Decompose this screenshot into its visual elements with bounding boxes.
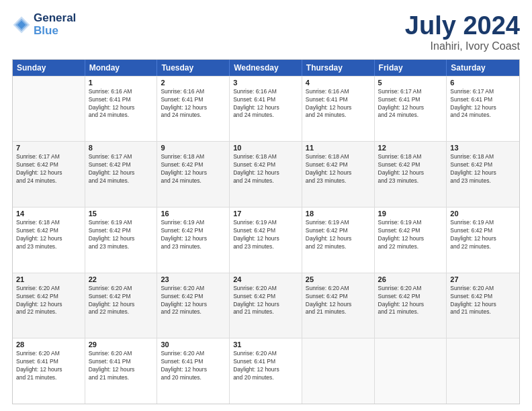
day-number: 20 <box>450 210 516 218</box>
calendar-week-5: 28Sunrise: 6:20 AM Sunset: 6:41 PM Dayli… <box>13 338 519 404</box>
day-number: 10 <box>233 144 298 152</box>
empty-cell <box>447 338 519 404</box>
day-29: 29Sunrise: 6:20 AM Sunset: 6:41 PM Dayli… <box>85 338 158 404</box>
day-number: 14 <box>16 210 81 218</box>
calendar: SundayMondayTuesdayWednesdayThursdayFrid… <box>12 59 520 404</box>
day-11: 11Sunrise: 6:18 AM Sunset: 6:42 PM Dayli… <box>302 142 375 207</box>
day-24: 24Sunrise: 6:20 AM Sunset: 6:42 PM Dayli… <box>230 273 302 338</box>
day-info: Sunrise: 6:16 AM Sunset: 6:41 PM Dayligh… <box>306 88 371 120</box>
day-3: 3Sunrise: 6:16 AM Sunset: 6:41 PM Daylig… <box>230 77 302 142</box>
day-19: 19Sunrise: 6:19 AM Sunset: 6:42 PM Dayli… <box>375 208 447 273</box>
day-number: 1 <box>89 79 154 87</box>
day-of-week-tuesday: Tuesday <box>157 60 230 76</box>
page: General Blue July 2024 Inahiri, Ivory Co… <box>0 0 532 411</box>
day-number: 8 <box>89 144 154 152</box>
day-number: 16 <box>161 210 226 218</box>
day-info: Sunrise: 6:20 AM Sunset: 6:42 PM Dayligh… <box>306 285 371 317</box>
day-1: 1Sunrise: 6:16 AM Sunset: 6:41 PM Daylig… <box>85 77 158 142</box>
day-number: 21 <box>16 275 81 283</box>
day-info: Sunrise: 6:16 AM Sunset: 6:41 PM Dayligh… <box>233 88 298 120</box>
day-info: Sunrise: 6:17 AM Sunset: 6:41 PM Dayligh… <box>378 88 443 120</box>
day-number: 11 <box>306 144 371 152</box>
day-21: 21Sunrise: 6:20 AM Sunset: 6:42 PM Dayli… <box>13 273 85 338</box>
day-number: 26 <box>378 275 443 283</box>
logo-general: General <box>34 12 76 25</box>
empty-cell <box>302 338 375 404</box>
day-number: 25 <box>306 275 371 283</box>
day-info: Sunrise: 6:20 AM Sunset: 6:42 PM Dayligh… <box>233 285 298 317</box>
day-info: Sunrise: 6:16 AM Sunset: 6:41 PM Dayligh… <box>161 88 226 120</box>
day-number: 2 <box>161 79 226 87</box>
day-number: 9 <box>161 144 226 152</box>
day-info: Sunrise: 6:19 AM Sunset: 6:42 PM Dayligh… <box>450 219 516 251</box>
day-number: 6 <box>450 79 516 87</box>
day-number: 22 <box>89 275 154 283</box>
subtitle: Inahiri, Ivory Coast <box>405 40 520 52</box>
day-4: 4Sunrise: 6:16 AM Sunset: 6:41 PM Daylig… <box>302 77 375 142</box>
day-number: 19 <box>378 210 443 218</box>
calendar-week-1: 1Sunrise: 6:16 AM Sunset: 6:41 PM Daylig… <box>13 76 519 142</box>
day-13: 13Sunrise: 6:18 AM Sunset: 6:42 PM Dayli… <box>447 142 519 207</box>
title-block: July 2024 Inahiri, Ivory Coast <box>405 12 520 52</box>
day-info: Sunrise: 6:20 AM Sunset: 6:42 PM Dayligh… <box>378 285 443 317</box>
calendar-header: SundayMondayTuesdayWednesdayThursdayFrid… <box>13 60 519 76</box>
day-number: 17 <box>233 210 298 218</box>
day-info: Sunrise: 6:18 AM Sunset: 6:42 PM Dayligh… <box>16 219 81 251</box>
day-8: 8Sunrise: 6:17 AM Sunset: 6:42 PM Daylig… <box>85 142 158 207</box>
calendar-week-3: 14Sunrise: 6:18 AM Sunset: 6:42 PM Dayli… <box>13 207 519 273</box>
logo-icon <box>12 15 31 34</box>
calendar-body: 1Sunrise: 6:16 AM Sunset: 6:41 PM Daylig… <box>13 76 519 404</box>
calendar-week-2: 7Sunrise: 6:17 AM Sunset: 6:42 PM Daylig… <box>13 141 519 207</box>
day-14: 14Sunrise: 6:18 AM Sunset: 6:42 PM Dayli… <box>13 208 85 273</box>
day-27: 27Sunrise: 6:20 AM Sunset: 6:42 PM Dayli… <box>447 273 519 338</box>
day-23: 23Sunrise: 6:20 AM Sunset: 6:42 PM Dayli… <box>157 273 230 338</box>
day-info: Sunrise: 6:18 AM Sunset: 6:42 PM Dayligh… <box>378 153 443 185</box>
day-10: 10Sunrise: 6:18 AM Sunset: 6:42 PM Dayli… <box>230 142 302 207</box>
day-15: 15Sunrise: 6:19 AM Sunset: 6:42 PM Dayli… <box>85 208 158 273</box>
day-info: Sunrise: 6:20 AM Sunset: 6:41 PM Dayligh… <box>161 350 226 382</box>
day-of-week-monday: Monday <box>85 60 158 76</box>
day-17: 17Sunrise: 6:19 AM Sunset: 6:42 PM Dayli… <box>230 208 302 273</box>
day-of-week-saturday: Saturday <box>447 60 519 76</box>
day-info: Sunrise: 6:18 AM Sunset: 6:42 PM Dayligh… <box>161 153 226 185</box>
day-number: 4 <box>306 79 371 87</box>
day-info: Sunrise: 6:18 AM Sunset: 6:42 PM Dayligh… <box>306 153 371 185</box>
header: General Blue July 2024 Inahiri, Ivory Co… <box>12 12 520 52</box>
day-info: Sunrise: 6:20 AM Sunset: 6:42 PM Dayligh… <box>450 285 516 317</box>
day-number: 30 <box>161 340 226 349</box>
day-number: 15 <box>89 210 154 218</box>
day-info: Sunrise: 6:19 AM Sunset: 6:42 PM Dayligh… <box>89 219 154 251</box>
day-info: Sunrise: 6:18 AM Sunset: 6:42 PM Dayligh… <box>233 153 298 185</box>
day-22: 22Sunrise: 6:20 AM Sunset: 6:42 PM Dayli… <box>85 273 158 338</box>
day-number: 18 <box>306 210 371 218</box>
day-number: 23 <box>161 275 226 283</box>
day-info: Sunrise: 6:18 AM Sunset: 6:42 PM Dayligh… <box>450 153 516 185</box>
day-18: 18Sunrise: 6:19 AM Sunset: 6:42 PM Dayli… <box>302 208 375 273</box>
day-of-week-wednesday: Wednesday <box>230 60 302 76</box>
day-20: 20Sunrise: 6:19 AM Sunset: 6:42 PM Dayli… <box>447 208 519 273</box>
day-number: 24 <box>233 275 298 283</box>
day-number: 27 <box>450 275 516 283</box>
day-number: 13 <box>450 144 516 152</box>
day-of-week-thursday: Thursday <box>302 60 375 76</box>
day-30: 30Sunrise: 6:20 AM Sunset: 6:41 PM Dayli… <box>157 338 230 404</box>
day-info: Sunrise: 6:20 AM Sunset: 6:41 PM Dayligh… <box>16 350 81 382</box>
day-info: Sunrise: 6:20 AM Sunset: 6:42 PM Dayligh… <box>161 285 226 317</box>
empty-cell <box>375 338 447 404</box>
day-info: Sunrise: 6:20 AM Sunset: 6:41 PM Dayligh… <box>89 350 154 382</box>
day-info: Sunrise: 6:17 AM Sunset: 6:41 PM Dayligh… <box>450 88 516 120</box>
day-12: 12Sunrise: 6:18 AM Sunset: 6:42 PM Dayli… <box>375 142 447 207</box>
day-info: Sunrise: 6:17 AM Sunset: 6:42 PM Dayligh… <box>16 153 81 185</box>
day-info: Sunrise: 6:19 AM Sunset: 6:42 PM Dayligh… <box>161 219 226 251</box>
day-info: Sunrise: 6:19 AM Sunset: 6:42 PM Dayligh… <box>306 219 371 251</box>
day-info: Sunrise: 6:19 AM Sunset: 6:42 PM Dayligh… <box>378 219 443 251</box>
day-9: 9Sunrise: 6:18 AM Sunset: 6:42 PM Daylig… <box>157 142 230 207</box>
day-25: 25Sunrise: 6:20 AM Sunset: 6:42 PM Dayli… <box>302 273 375 338</box>
day-number: 29 <box>89 340 154 349</box>
day-26: 26Sunrise: 6:20 AM Sunset: 6:42 PM Dayli… <box>375 273 447 338</box>
logo-blue: Blue <box>34 25 76 38</box>
day-6: 6Sunrise: 6:17 AM Sunset: 6:41 PM Daylig… <box>447 77 519 142</box>
day-of-week-friday: Friday <box>375 60 447 76</box>
empty-cell <box>13 77 85 142</box>
day-number: 3 <box>233 79 298 87</box>
